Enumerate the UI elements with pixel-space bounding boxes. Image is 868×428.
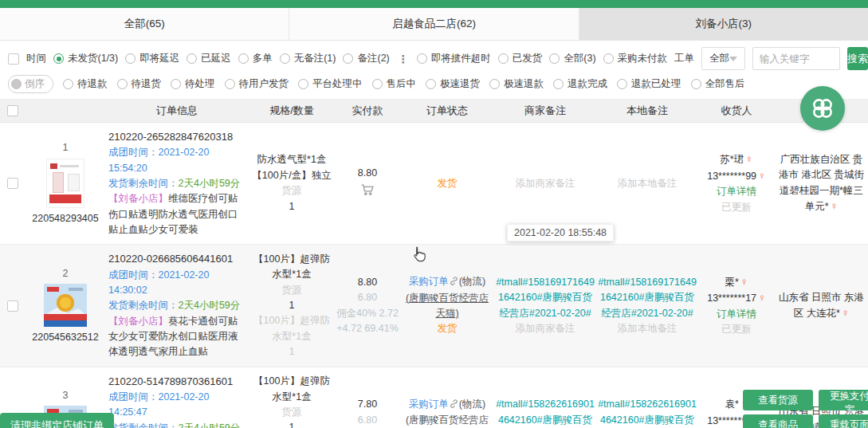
row-checkbox[interactable]	[7, 178, 18, 189]
radio-multi-order[interactable]: 多单	[238, 52, 273, 65]
local-note-text[interactable]: #tmall#1581691716491642160#唐鹏骏百货经营店#2021…	[598, 275, 697, 321]
store-tabs: 全部(65) 启越食品二店(62) 刘备小店(3)	[0, 8, 868, 41]
radio-user-ship-pending[interactable]: 待用户发货	[225, 77, 289, 91]
ship-status[interactable]: 发货	[438, 321, 458, 336]
map-pin-icon[interactable]: ♀	[758, 292, 766, 304]
merchant-note-text[interactable]: #tmall#1581691716491642160#唐鹏骏百货经营店#2021…	[496, 275, 595, 321]
filter-row-primary: 时间 未发货(1/3) 即将延迟 已延迟 多单 无备注(1) 备注(2) ⋮ 即…	[0, 41, 868, 73]
add-local-note-link[interactable]: 添加本地备注	[618, 176, 678, 191]
add-local-note-link[interactable]: 添加本地备注	[618, 321, 678, 336]
order-detail-link[interactable]: 订单详情	[717, 184, 756, 199]
radio-noted[interactable]: 备注(2)	[343, 52, 389, 65]
merchant-note-cell: #tmall#1582626169014642160#唐鹏骏百货经营店#2021…	[494, 367, 596, 428]
status-cell: 发货	[400, 123, 494, 244]
purchase-order-line: 采购订单(物流)	[409, 397, 485, 413]
map-pin-icon[interactable]: ♀	[745, 153, 753, 165]
sort-reverse-toggle[interactable]: 倒序	[8, 75, 53, 93]
merchant-note-cell: #tmall#1581691716491642160#唐鹏骏百货经营店#2021…	[494, 245, 596, 366]
radio-platform-processing[interactable]: 平台处理中	[298, 77, 363, 91]
note-time-tooltip: 2021-02-20 18:55:48	[507, 224, 614, 241]
view-product-button[interactable]: 查看商品	[743, 414, 813, 428]
radio-aftersale-in-progress[interactable]: 售后中	[372, 77, 417, 91]
radio-all-aftersale[interactable]: 全部售后	[691, 77, 745, 91]
view-source-button[interactable]: 查看货源	[743, 390, 813, 410]
radio-dot	[691, 79, 701, 89]
add-merchant-note-link[interactable]: 添加商家备注	[516, 176, 575, 191]
reload-page-button[interactable]: 重载页面	[819, 414, 868, 428]
radio-dot	[225, 79, 235, 89]
store-select[interactable]: 全部	[701, 47, 745, 70]
purchase-shop-link[interactable]: (唐鹏骏百货经营店 天猫)	[402, 413, 493, 428]
updated-badge: 已更新	[721, 322, 752, 337]
logistics-link[interactable]: (物流)	[459, 276, 485, 287]
radio-soon-delayed[interactable]: 即将延迟	[125, 52, 179, 65]
merchant-note-text[interactable]: #tmall#1582626169014642160#唐鹏骏百货经营店#2021…	[496, 397, 595, 428]
radio-refund-done[interactable]: 退款完成	[553, 77, 607, 91]
tab-store-qiyue[interactable]: 启越食品二店(62)	[289, 8, 579, 40]
order-info-cell: 210220-514789870361601 成团时间：2021-02-20 1…	[105, 367, 249, 428]
local-note-text[interactable]: #tmall#1582626169014642160#唐鹏骏百货经营店#2021…	[598, 397, 697, 428]
radio-label: 已延迟	[201, 52, 231, 65]
order-row: 1 220548293405 210220-265282847620318 成团…	[0, 123, 868, 245]
order-row: 3 220545632512 210220-514789870361601 成团…	[0, 367, 868, 428]
work-order-label[interactable]: 工单	[674, 52, 694, 65]
purchase-cart-icon[interactable]	[360, 183, 375, 201]
radio-unshipped[interactable]: 未发货(1/3)	[53, 52, 118, 65]
radio-fast-return[interactable]: 极速退货	[426, 77, 480, 91]
plugin-float-button[interactable]	[800, 86, 845, 131]
radio-refund-pending[interactable]: 待退款	[63, 77, 108, 91]
logistics-link[interactable]: (物流)	[459, 399, 485, 410]
radio-label: 退款完成	[568, 77, 607, 91]
header-receiver: 收货人	[698, 104, 775, 118]
header-merchant-note: 商家备注	[494, 104, 596, 118]
radio-process-pending[interactable]: 待处理	[171, 77, 215, 91]
search-button[interactable]: 搜索	[847, 47, 868, 70]
purchase-order-link[interactable]: 采购订单	[409, 399, 449, 410]
radio-no-note[interactable]: 无备注(1)	[280, 52, 336, 65]
radio-dot	[489, 79, 500, 89]
commission-text: 佣金40% 2.72	[336, 306, 399, 321]
time-checkbox[interactable]	[8, 53, 19, 65]
radio-refund-processed[interactable]: 退款已处理	[617, 77, 681, 91]
local-note-cell: #tmall#1582626169014642160#唐鹏骏百货经营店#2021…	[596, 367, 698, 428]
radio-all-orders[interactable]: 全部(3)	[549, 52, 595, 65]
radio-label: 全部(3)	[564, 52, 595, 65]
change-alipay-button[interactable]: 更换支付宝	[819, 390, 868, 410]
map-pin-icon[interactable]: ♀	[831, 200, 839, 212]
select-all-checkbox[interactable]	[7, 105, 18, 116]
cost-amount: 6.80	[358, 290, 377, 305]
receiver-cell: 苏*珺♀ 13*******99♀ 订单详情 已更新	[698, 123, 775, 244]
source-spec-text: 【100片】超弹防水型*1盒	[250, 313, 333, 344]
purchase-order-link[interactable]: 采购订单	[409, 276, 449, 287]
paid-cell: 8.80	[335, 123, 400, 244]
tab-all-stores[interactable]: 全部(65)	[0, 8, 289, 40]
address-text: 山东省 日照市 东港区 大连花*♀	[776, 290, 866, 322]
radio-shipped[interactable]: 已发货	[498, 52, 543, 65]
row-checkbox[interactable]	[7, 300, 18, 312]
clean-unbound-orders-button[interactable]: 清理非绑定店铺订单	[0, 413, 114, 428]
radio-label: 退款已处理	[631, 77, 681, 91]
radio-label: 极速退货	[440, 77, 480, 91]
add-merchant-note-link[interactable]: 添加商家备注	[516, 321, 575, 336]
address-text: 广西壮族自治区 贵港市 港北区 贵城街道碧桂园一期*幢三单元*♀	[776, 152, 866, 215]
order-detail-link[interactable]: 订单详情	[717, 307, 756, 322]
map-pin-icon[interactable]: ♀	[740, 276, 748, 288]
radio-fast-refund[interactable]: 极速退款	[489, 77, 544, 91]
spec-text: 【100片】超弹防水型*1盒	[250, 252, 333, 283]
ship-status[interactable]: 发货	[438, 176, 458, 191]
product-image[interactable]	[44, 284, 87, 327]
tab-store-liubei[interactable]: 刘备小店(3)	[579, 8, 868, 40]
purchase-shop-link[interactable]: (唐鹏骏百货经营店 天猫)	[402, 291, 493, 322]
radio-purchase-unpaid[interactable]: 采购未付款	[603, 52, 668, 65]
link-icon	[450, 398, 458, 413]
group-time: 成团时间：2021-02-20 14:30:02	[108, 268, 247, 299]
more-filters-icon[interactable]: ⋮	[397, 53, 410, 65]
product-image[interactable]	[46, 159, 84, 208]
map-pin-icon[interactable]: ♀	[842, 307, 850, 319]
keyword-input[interactable]	[752, 47, 840, 70]
radio-return-pending[interactable]: 待退货	[117, 77, 162, 91]
radio-delayed[interactable]: 已延迟	[187, 52, 231, 65]
map-pin-icon[interactable]: ♀	[758, 170, 766, 182]
profit-text: +4.72 69.41%	[336, 321, 399, 336]
radio-pickup-timeout[interactable]: 即将揽件超时	[417, 52, 491, 65]
